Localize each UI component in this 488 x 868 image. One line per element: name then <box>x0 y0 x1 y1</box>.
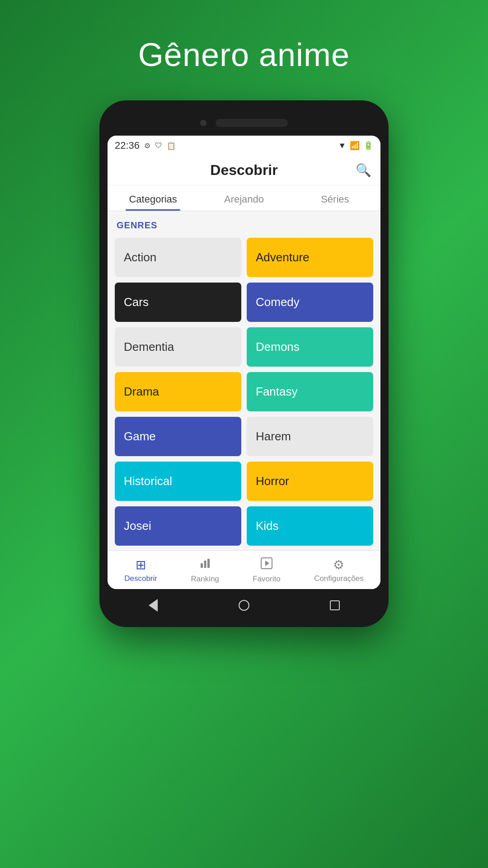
app-bar: Descobrir 🔍 <box>108 156 380 185</box>
nav-item-configuracoes[interactable]: ⚙ Configurações <box>309 556 369 585</box>
search-icon[interactable]: 🔍 <box>356 163 371 178</box>
home-button[interactable] <box>235 596 253 614</box>
genre-tile-josei[interactable]: Josei <box>115 506 241 546</box>
configuracoes-nav-label: Configurações <box>314 574 364 583</box>
ranking-nav-icon <box>199 557 211 573</box>
genre-tile-harem[interactable]: Harem <box>247 417 373 456</box>
svg-rect-2 <box>207 559 210 568</box>
genre-tile-historical[interactable]: Historical <box>115 462 241 501</box>
page-title-area: Gênero anime <box>0 0 488 100</box>
genre-tile-kids[interactable]: Kids <box>247 506 373 546</box>
status-left: 22:36 ⚙ 🛡 📋 <box>115 140 176 151</box>
page-title: Gênero anime <box>138 36 350 73</box>
wifi-icon: ▼ <box>338 141 346 151</box>
nav-item-descobrir[interactable]: ⊞ Descobrir <box>119 556 163 585</box>
phone-screen: 22:36 ⚙ 🛡 📋 ▼ 📶 🔋 Descobrir 🔍 Categorias… <box>108 136 380 589</box>
camera-dot <box>200 120 206 126</box>
tab-arejando[interactable]: Arejando <box>198 185 289 211</box>
favorito-nav-label: Favorito <box>253 575 280 584</box>
status-bar: 22:36 ⚙ 🛡 📋 ▼ 📶 🔋 <box>108 136 380 156</box>
genre-tile-fantasy[interactable]: Fantasy <box>247 372 373 411</box>
gear-status-icon: ⚙ <box>144 142 150 150</box>
genre-tile-drama[interactable]: Drama <box>115 372 241 411</box>
genres-grid: Action Adventure Cars Comedy Dementia De… <box>115 238 373 546</box>
configuracoes-nav-icon: ⚙ <box>333 557 344 572</box>
phone-nav-buttons <box>108 589 380 618</box>
phone-camera-area <box>108 114 380 132</box>
tabs-bar: Categorias Arejando Séries <box>108 185 380 211</box>
svg-rect-0 <box>201 563 203 568</box>
genre-tile-cars[interactable]: Cars <box>115 283 241 322</box>
descobrir-nav-icon: ⊞ <box>136 557 146 572</box>
signal-icon: 📶 <box>350 141 360 151</box>
genre-tile-game[interactable]: Game <box>115 417 241 456</box>
clipboard-status-icon: 📋 <box>167 142 176 150</box>
phone-device: 22:36 ⚙ 🛡 📋 ▼ 📶 🔋 Descobrir 🔍 Categorias… <box>99 100 389 627</box>
bottom-navigation: ⊞ Descobrir Ranking <box>108 550 380 589</box>
ranking-nav-label: Ranking <box>191 575 219 584</box>
status-right: ▼ 📶 🔋 <box>338 141 373 151</box>
nav-item-favorito[interactable]: Favorito <box>247 555 286 585</box>
favorito-nav-icon <box>260 557 273 573</box>
svg-marker-4 <box>265 561 269 566</box>
battery-icon: 🔋 <box>363 141 373 151</box>
tab-series[interactable]: Séries <box>290 185 380 211</box>
shield-status-icon: 🛡 <box>155 142 162 150</box>
genre-tile-adventure[interactable]: Adventure <box>247 238 373 277</box>
genre-tile-action[interactable]: Action <box>115 238 241 277</box>
descobrir-nav-label: Descobrir <box>124 574 157 583</box>
genre-tile-demons[interactable]: Demons <box>247 327 373 367</box>
nav-item-ranking[interactable]: Ranking <box>185 555 224 585</box>
status-time: 22:36 <box>115 140 140 151</box>
genres-content: GENRES Action Adventure Cars Comedy Deme… <box>108 211 380 550</box>
genre-tile-horror[interactable]: Horror <box>247 462 373 501</box>
svg-rect-1 <box>204 561 206 568</box>
genre-tile-comedy[interactable]: Comedy <box>247 283 373 322</box>
speaker-grille <box>216 119 288 127</box>
back-button[interactable] <box>144 596 162 614</box>
tab-categorias[interactable]: Categorias <box>108 185 198 211</box>
app-bar-title: Descobrir <box>210 162 277 179</box>
recents-button[interactable] <box>326 596 344 614</box>
genres-section-label: GENRES <box>115 220 373 231</box>
genre-tile-dementia[interactable]: Dementia <box>115 327 241 367</box>
